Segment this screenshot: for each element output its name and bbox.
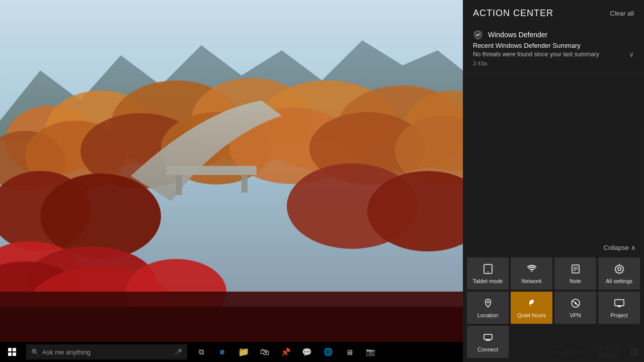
app-button-2[interactable]: 💬 xyxy=(297,342,317,362)
taskbar-apps: ⧉ e 📁 🛍 📌 💬 🌐 🖥 📷 xyxy=(191,342,380,362)
tablet-mode-label: Tablet mode xyxy=(473,278,503,285)
svg-point-20 xyxy=(40,173,161,259)
app-button-1[interactable]: 📌 xyxy=(276,342,296,362)
search-bar[interactable]: 🔍 Ask me anything 🎤 xyxy=(26,344,187,359)
note-icon xyxy=(570,263,581,276)
note-label: Note xyxy=(570,278,581,285)
quiet-hours-button[interactable]: Quiet hours xyxy=(511,292,552,324)
search-icon: 🔍 xyxy=(31,348,39,356)
location-icon xyxy=(482,298,494,310)
search-placeholder: Ask me anything xyxy=(42,348,91,356)
svg-point-40 xyxy=(618,267,621,270)
project-label: Project xyxy=(610,312,627,319)
project-icon xyxy=(614,298,625,310)
ac-spacer xyxy=(463,134,644,240)
notification-title: Recent Windows Defender Summary xyxy=(473,42,634,49)
vpn-icon xyxy=(570,298,581,310)
svg-rect-47 xyxy=(484,334,492,339)
svg-rect-16 xyxy=(166,166,257,175)
location-label: Location xyxy=(477,312,499,319)
network-quick-icon xyxy=(526,263,537,276)
vpn-label: VPN xyxy=(570,312,581,319)
quick-grid: Tablet mode Network xyxy=(467,257,640,358)
defender-icon xyxy=(473,30,483,40)
tablet-mode-button[interactable]: Tablet mode xyxy=(467,257,509,290)
wallpaper-svg xyxy=(0,0,463,342)
tablet-mode-icon xyxy=(482,263,494,276)
action-center-header: ACTION CENTER Clear all xyxy=(463,0,644,24)
svg-rect-45 xyxy=(617,306,621,307)
project-button[interactable]: Project xyxy=(598,292,640,324)
svg-point-35 xyxy=(488,272,489,273)
desktop-wallpaper xyxy=(0,0,463,342)
clear-all-button[interactable]: Clear all xyxy=(610,10,634,17)
action-center-panel: ACTION CENTER Clear all Windows Defender… xyxy=(463,0,644,362)
quiet-hours-label: Quiet hours xyxy=(517,312,546,319)
connect-icon xyxy=(482,332,494,344)
network-button[interactable]: Network xyxy=(511,257,552,290)
svg-rect-44 xyxy=(615,300,624,306)
collapse-row: Collapse ∧ xyxy=(463,240,644,255)
svg-rect-17 xyxy=(176,175,182,195)
notifications-list: Windows Defender Recent Windows Defender… xyxy=(463,24,644,134)
location-button[interactable]: Location xyxy=(467,292,509,324)
collapse-label: Collapse xyxy=(603,244,629,251)
store-button[interactable]: 🛍 xyxy=(255,342,275,362)
connect-label: Connect xyxy=(477,346,498,353)
collapse-button[interactable]: Collapse ∧ xyxy=(603,244,636,251)
quiet-hours-icon xyxy=(526,298,537,310)
app-button-3[interactable]: 🌐 xyxy=(318,342,338,362)
settings-icon xyxy=(614,263,625,276)
notification-item[interactable]: Windows Defender Recent Windows Defender… xyxy=(463,24,644,73)
quick-actions-grid: Tablet mode Network xyxy=(463,255,644,362)
note-button[interactable]: Note xyxy=(554,257,596,290)
expand-notification-icon[interactable]: ∨ xyxy=(629,50,634,58)
vpn-button[interactable]: VPN xyxy=(554,292,596,324)
notification-header: Windows Defender xyxy=(473,30,634,40)
connect-button[interactable]: Connect xyxy=(467,326,509,358)
notification-app-name: Windows Defender xyxy=(488,31,547,39)
collapse-icon: ∧ xyxy=(631,244,636,251)
notification-time: 2:43a xyxy=(473,60,634,66)
network-label: Network xyxy=(521,278,541,285)
microphone-icon[interactable]: 🎤 xyxy=(174,348,182,356)
svg-point-43 xyxy=(575,302,577,304)
start-button[interactable] xyxy=(0,342,24,362)
all-settings-button[interactable]: All settings xyxy=(598,257,640,290)
all-settings-label: All settings xyxy=(606,278,632,285)
svg-rect-29 xyxy=(0,307,463,342)
file-explorer-button[interactable]: 📁 xyxy=(233,342,254,362)
notification-body: No threats were found since your last su… xyxy=(473,50,634,58)
notification-text: No threats were found since your last su… xyxy=(473,51,599,58)
action-center-title: ACTION CENTER xyxy=(473,8,553,19)
windows-logo-icon xyxy=(8,348,16,356)
task-view-button[interactable]: ⧉ xyxy=(191,342,211,362)
svg-rect-18 xyxy=(242,175,248,193)
app-button-5[interactable]: 📷 xyxy=(360,342,380,362)
edge-button[interactable]: e xyxy=(212,342,232,362)
app-button-4[interactable]: 🖥 xyxy=(339,342,359,362)
svg-point-41 xyxy=(487,301,489,303)
